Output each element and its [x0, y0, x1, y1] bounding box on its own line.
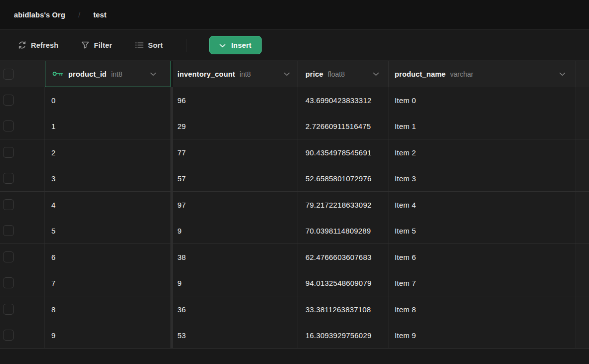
column-header-price[interactable]: price float8 — [297, 61, 388, 87]
row-select-cell — [0, 113, 45, 139]
cell-product-id[interactable]: 5 — [45, 218, 170, 243]
breadcrumb-table[interactable]: test — [93, 11, 107, 19]
data-grid: product_id int8 inventory_count int8 — [0, 61, 589, 349]
cell-inventory-count[interactable]: 29 — [173, 113, 297, 139]
column-type: varchar — [450, 70, 473, 78]
table-row: 6 38 62.4766603607683 Item 6 — [0, 244, 589, 270]
cell-inventory-count[interactable]: 77 — [173, 139, 297, 165]
cell-inventory-count[interactable]: 38 — [173, 244, 297, 270]
column-menu-chevron-icon[interactable] — [373, 72, 379, 76]
row-checkbox[interactable] — [3, 173, 14, 184]
column-header-product-id[interactable]: product_id int8 — [45, 61, 170, 87]
filter-button[interactable]: Filter — [81, 41, 112, 49]
cell-filler — [576, 165, 589, 191]
cell-product-name[interactable]: Item 1 — [388, 113, 576, 139]
cell-product-id[interactable]: 4 — [45, 192, 170, 218]
cell-inventory-count[interactable]: 9 — [173, 270, 297, 296]
row-checkbox[interactable] — [3, 95, 14, 106]
table-row: 0 96 43.6990423833312 Item 0 — [0, 87, 589, 113]
cell-product-id[interactable]: 0 — [45, 87, 170, 113]
filter-icon — [81, 41, 89, 49]
cell-inventory-count[interactable]: 96 — [173, 87, 297, 113]
row-select-cell — [0, 322, 45, 348]
cell-product-id[interactable]: 9 — [45, 322, 170, 348]
table-row: 4 97 79.2172218633092 Item 4 — [0, 192, 589, 218]
cell-product-name[interactable]: Item 3 — [388, 165, 576, 191]
cell-price[interactable]: 90.4354978545691 — [297, 139, 388, 165]
row-checkbox[interactable] — [3, 304, 14, 315]
cell-filler — [576, 113, 589, 139]
row-select-cell — [0, 192, 45, 218]
row-checkbox[interactable] — [3, 277, 14, 288]
cell-inventory-count[interactable]: 53 — [173, 322, 297, 348]
primary-key-icon — [52, 71, 63, 77]
row-select-cell — [0, 270, 45, 296]
row-checkbox[interactable] — [3, 225, 14, 236]
cell-inventory-count[interactable]: 36 — [173, 296, 297, 322]
table-row: 3 57 52.6585801072976 Item 3 — [0, 165, 589, 191]
cell-product-name[interactable]: Item 7 — [388, 270, 576, 296]
row-checkbox[interactable] — [3, 330, 14, 341]
column-name: product_name — [395, 70, 445, 78]
footer-bar — [0, 349, 589, 364]
cell-product-id[interactable]: 3 — [45, 165, 170, 191]
cell-product-id[interactable]: 1 — [45, 113, 170, 139]
row-group: 2 77 90.4354978545691 Item 2 3 57 52.658… — [0, 139, 589, 192]
cell-inventory-count[interactable]: 57 — [173, 165, 297, 191]
cell-product-name[interactable]: Item 2 — [388, 139, 576, 165]
toolbar: Refresh Filter Sort — [0, 30, 589, 61]
cell-product-id[interactable]: 7 — [45, 270, 170, 296]
row-select-cell — [0, 87, 45, 113]
cell-price[interactable]: 33.3811263837108 — [297, 296, 388, 322]
column-header-inventory-count[interactable]: inventory_count int8 — [173, 61, 297, 87]
cell-price[interactable]: 2.72660911516475 — [297, 113, 388, 139]
column-menu-chevron-icon[interactable] — [150, 72, 156, 76]
cell-inventory-count[interactable]: 9 — [173, 218, 297, 243]
column-header-product-name[interactable]: product_name varchar — [388, 61, 576, 87]
cell-inventory-count[interactable]: 97 — [173, 192, 297, 218]
table-row: 1 29 2.72660911516475 Item 1 — [0, 113, 589, 139]
cell-price[interactable]: 79.2172218633092 — [297, 192, 388, 218]
table-body: 0 96 43.6990423833312 Item 0 1 29 2.7266… — [0, 87, 589, 349]
cell-product-name[interactable]: Item 6 — [388, 244, 576, 270]
breadcrumb: abidlabs's Org / test — [0, 0, 589, 30]
row-checkbox[interactable] — [3, 251, 14, 262]
cell-filler — [576, 87, 589, 113]
cell-price[interactable]: 16.3093929756029 — [297, 322, 388, 348]
cell-price[interactable]: 43.6990423833312 — [297, 87, 388, 113]
cell-filler — [576, 296, 589, 322]
row-checkbox[interactable] — [3, 121, 14, 131]
cell-product-id[interactable]: 2 — [45, 139, 170, 165]
insert-button[interactable]: Insert — [209, 36, 262, 54]
row-select-cell — [0, 244, 45, 270]
table-row: 7 9 94.0132548609079 Item 7 — [0, 270, 589, 296]
column-menu-chevron-icon[interactable] — [559, 72, 566, 76]
cell-product-id[interactable]: 8 — [45, 296, 170, 322]
cell-product-name[interactable]: Item 8 — [388, 296, 576, 322]
grid-header-filler — [576, 61, 589, 87]
sort-button[interactable]: Sort — [135, 41, 163, 49]
row-checkbox[interactable] — [3, 147, 14, 158]
row-group: 4 97 79.2172218633092 Item 4 5 9 70.0398… — [0, 192, 589, 244]
cell-product-name[interactable]: Item 0 — [388, 87, 576, 113]
select-all-checkbox[interactable] — [3, 69, 14, 80]
column-menu-chevron-icon[interactable] — [284, 72, 290, 76]
cell-price[interactable]: 52.6585801072976 — [297, 165, 388, 191]
row-checkbox[interactable] — [3, 199, 14, 210]
cell-product-name[interactable]: Item 5 — [388, 218, 576, 243]
column-name: price — [305, 70, 323, 78]
toolbar-divider — [186, 39, 186, 52]
cell-product-name[interactable]: Item 4 — [388, 192, 576, 218]
cell-price[interactable]: 62.4766603607683 — [297, 244, 388, 270]
breadcrumb-org[interactable]: abidlabs's Org — [14, 11, 65, 19]
cell-product-id[interactable]: 6 — [45, 244, 170, 270]
cell-price[interactable]: 70.0398114809289 — [297, 218, 388, 243]
row-select-cell — [0, 218, 45, 243]
breadcrumb-separator: / — [78, 10, 80, 19]
refresh-button[interactable]: Refresh — [18, 41, 58, 49]
table-editor-app: abidlabs's Org / test Refresh Filter — [0, 0, 589, 364]
cell-price[interactable]: 94.0132548609079 — [297, 270, 388, 296]
cell-filler — [576, 139, 589, 165]
cell-product-name[interactable]: Item 9 — [388, 322, 576, 348]
table-row: 2 77 90.4354978545691 Item 2 — [0, 139, 589, 165]
